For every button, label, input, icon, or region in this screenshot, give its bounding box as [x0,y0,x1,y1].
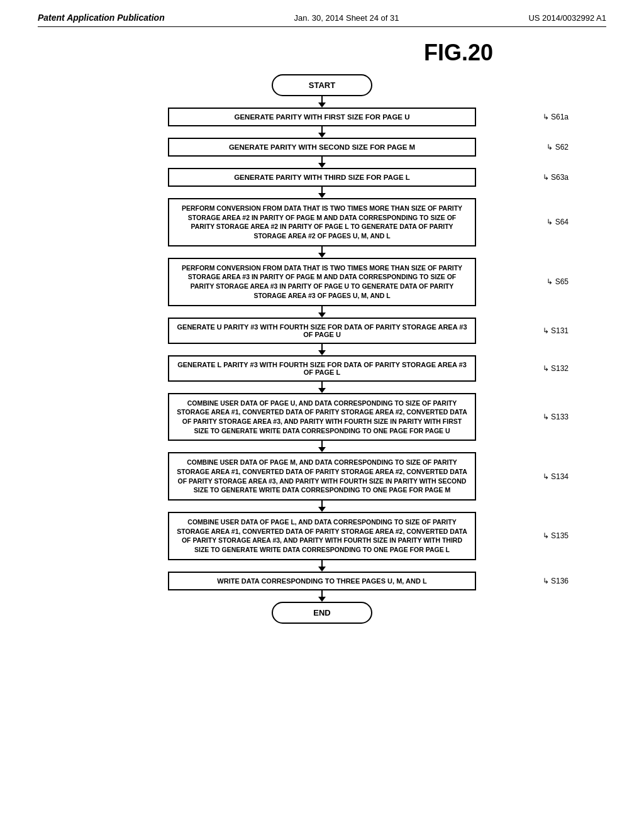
page: Patent Application Publication Jan. 30, … [0,0,644,830]
arrow-3 [318,187,326,198]
header-date-sheet: Jan. 30, 2014 Sheet 24 of 31 [294,13,399,23]
start-box: START [272,74,372,96]
arrow-5 [318,306,326,318]
arrow-6 [318,344,326,355]
label-s61a: ↳ S61a [543,113,569,121]
label-s64: ↳ S64 [547,218,569,226]
arrow-0 [318,96,326,108]
step-s132: GENERATE L PARITY #3 WITH FOURTH SIZE FO… [38,355,606,382]
label-s65: ↳ S65 [547,277,569,286]
header-patent-number: US 2014/0032992 A1 [528,13,606,23]
box-s62: GENERATE PARITY WITH SECOND SIZE FOR PAG… [168,138,476,157]
arrow-1 [318,126,326,138]
box-s61a: GENERATE PARITY WITH FIRST SIZE FOR PAGE… [168,108,476,126]
box-s131: GENERATE U PARITY #3 WITH FOURTH SIZE FO… [168,318,476,344]
box-s65: PERFORM CONVERSION FROM DATA THAT IS TWO… [168,258,476,306]
step-s61a: GENERATE PARITY WITH FIRST SIZE FOR PAGE… [38,108,606,126]
box-s134: COMBINE USER DATA OF PAGE M, AND DATA CO… [168,452,476,501]
arrow-8 [318,441,326,452]
label-s134: ↳ S134 [543,472,569,481]
diagram-area: FIG.20 START GENERATE PARITY WITH FIRST … [38,40,606,624]
box-s135: COMBINE USER DATA OF PAGE L, AND DATA CO… [168,512,476,560]
label-s136: ↳ S136 [543,577,569,585]
header-publication: Patent Application Publication [38,13,165,23]
step-s65: PERFORM CONVERSION FROM DATA THAT IS TWO… [38,258,606,306]
box-s64: PERFORM CONVERSION FROM DATA THAT IS TWO… [168,198,476,246]
end-node: END [38,602,606,624]
step-s133: COMBINE USER DATA OF PAGE U, AND DATA CO… [38,393,606,441]
flowchart: START GENERATE PARITY WITH FIRST SIZE FO… [38,74,606,624]
step-s63a: GENERATE PARITY WITH THIRD SIZE FOR PAGE… [38,168,606,187]
arrow-10 [318,560,326,572]
label-s132: ↳ S132 [543,364,569,373]
label-s131: ↳ S131 [543,326,569,335]
step-s136: WRITE DATA CORRESPONDING TO THREE PAGES … [38,572,606,590]
arrow-9 [318,501,326,512]
label-s63a: ↳ S63a [543,173,569,182]
box-s132: GENERATE L PARITY #3 WITH FOURTH SIZE FO… [168,355,476,382]
step-s62: GENERATE PARITY WITH SECOND SIZE FOR PAG… [38,138,606,157]
step-s64: PERFORM CONVERSION FROM DATA THAT IS TWO… [38,198,606,246]
fig-title: FIG.20 [424,40,493,66]
start-node: START [38,74,606,96]
arrow-7 [318,382,326,393]
arrow-11 [318,590,326,602]
step-s131: GENERATE U PARITY #3 WITH FOURTH SIZE FO… [38,318,606,344]
arrow-2 [318,157,326,168]
arrow-4 [318,246,326,258]
box-s133: COMBINE USER DATA OF PAGE U, AND DATA CO… [168,393,476,441]
label-s133: ↳ S133 [543,412,569,421]
step-s134: COMBINE USER DATA OF PAGE M, AND DATA CO… [38,452,606,501]
label-s135: ↳ S135 [543,531,569,540]
step-s135: COMBINE USER DATA OF PAGE L, AND DATA CO… [38,512,606,560]
end-box: END [272,602,372,624]
page-header: Patent Application Publication Jan. 30, … [38,13,606,27]
label-s62: ↳ S62 [547,143,569,152]
box-s63a: GENERATE PARITY WITH THIRD SIZE FOR PAGE… [168,168,476,187]
box-s136: WRITE DATA CORRESPONDING TO THREE PAGES … [168,572,476,590]
